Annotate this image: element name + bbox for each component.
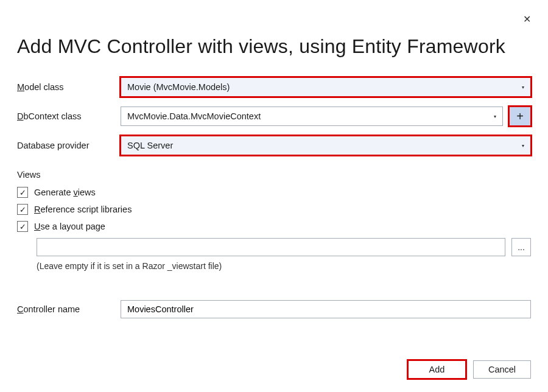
use-layout-checkbox[interactable]: ✓ [17, 221, 28, 232]
dialog-buttons: Add Cancel [408, 360, 531, 379]
database-provider-label: Database provider [17, 141, 121, 150]
generate-views-row: ✓ Generate views [17, 187, 531, 198]
cancel-button[interactable]: Cancel [473, 360, 531, 379]
chevron-down-icon: ▾ [494, 114, 496, 119]
use-layout-label: Use a layout page [34, 222, 105, 231]
dbcontext-row: DbContext class MvcMovie.Data.MvcMovieCo… [17, 107, 531, 126]
checkmark-icon: ✓ [19, 205, 26, 214]
ellipsis-icon: ... [518, 242, 525, 252]
reference-scripts-row: ✓ Reference script libraries [17, 204, 531, 215]
checkmark-icon: ✓ [19, 222, 26, 231]
layout-hint: (Leave empty if it is set in a Razor _vi… [37, 261, 531, 271]
model-class-label: Model class [17, 82, 121, 92]
dbcontext-label: DbContext class [17, 111, 121, 121]
browse-layout-button[interactable]: ... [511, 238, 531, 256]
model-class-combo[interactable]: Movie (MvcMovie.Models) ▾ [121, 77, 531, 97]
dialog-title: Add MVC Controller with views, using Ent… [17, 35, 531, 58]
reference-scripts-checkbox[interactable]: ✓ [17, 204, 28, 215]
model-class-value: Movie (MvcMovie.Models) [127, 82, 230, 92]
add-dbcontext-button[interactable]: + [509, 107, 531, 126]
layout-page-row: ... [37, 238, 531, 256]
chevron-down-icon: ▾ [522, 85, 524, 90]
controller-name-row: Controller name [17, 300, 531, 318]
add-button[interactable]: Add [408, 360, 466, 379]
dbcontext-value: MvcMovie.Data.MvcMovieContext [127, 111, 261, 121]
controller-name-input[interactable] [121, 300, 531, 318]
close-button[interactable]: ✕ [523, 13, 531, 25]
database-provider-combo[interactable]: SQL Server ▾ [121, 136, 531, 155]
generate-views-label: Generate views [34, 187, 96, 197]
database-provider-value: SQL Server [127, 141, 173, 150]
generate-views-checkbox[interactable]: ✓ [17, 187, 28, 198]
views-heading: Views [17, 170, 531, 180]
close-icon: ✕ [523, 14, 531, 24]
plus-icon: + [516, 110, 524, 124]
layout-page-input[interactable] [37, 238, 505, 256]
chevron-down-icon: ▾ [522, 143, 524, 149]
controller-name-label: Controller name [17, 304, 121, 314]
use-layout-row: ✓ Use a layout page [17, 221, 531, 232]
database-provider-row: Database provider SQL Server ▾ [17, 136, 531, 155]
dbcontext-combo[interactable]: MvcMovie.Data.MvcMovieContext ▾ [121, 107, 503, 126]
checkmark-icon: ✓ [19, 188, 26, 197]
reference-scripts-label: Reference script libraries [34, 205, 132, 214]
model-class-row: Model class Movie (MvcMovie.Models) ▾ [17, 77, 531, 97]
dialog-container: ✕ Add MVC Controller with views, using E… [0, 0, 548, 392]
